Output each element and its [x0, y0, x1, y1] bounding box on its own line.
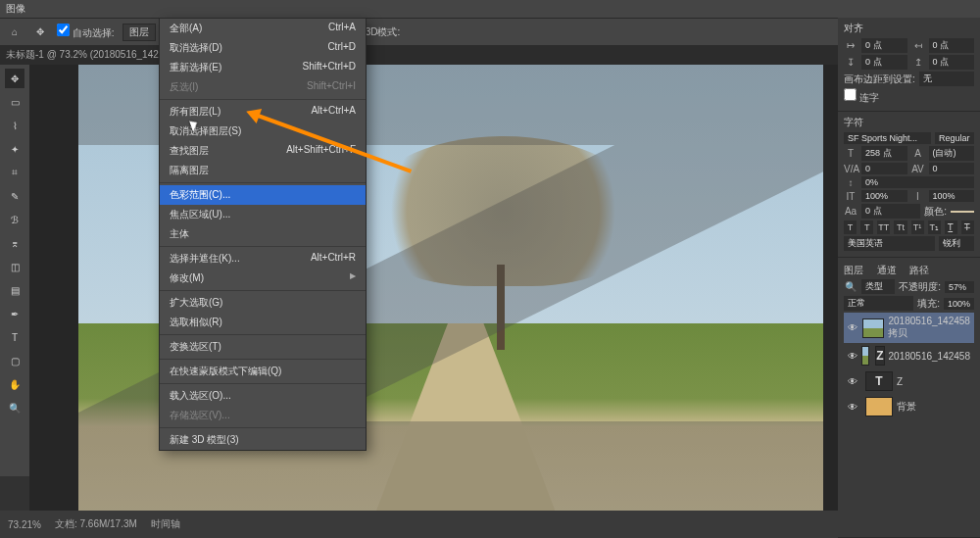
- brush-tool[interactable]: ℬ: [5, 210, 24, 229]
- layer-thumbnail[interactable]: T: [865, 371, 893, 391]
- visibility-icon[interactable]: 👁: [848, 376, 861, 387]
- menu-item[interactable]: 重新选择(E)Shift+Ctrl+D: [160, 58, 366, 77]
- font-style-field[interactable]: Regular: [935, 132, 974, 144]
- menu-item[interactable]: 新建 3D 模型(3): [160, 430, 366, 450]
- menu-item[interactable]: 存储选区(V)...: [160, 406, 366, 425]
- blend-mode[interactable]: 正常: [844, 296, 913, 311]
- crop-tool[interactable]: ⌗: [5, 163, 24, 182]
- value-field[interactable]: 0 点: [861, 55, 907, 70]
- visibility-icon[interactable]: 👁: [848, 402, 861, 413]
- lasso-tool[interactable]: ⌇: [5, 116, 24, 135]
- value-field[interactable]: 0 点: [929, 38, 975, 53]
- pen-tool[interactable]: ✒: [5, 304, 24, 323]
- text-color-swatch[interactable]: [951, 211, 974, 213]
- leading-icon: A: [911, 148, 925, 159]
- type-tool[interactable]: T: [5, 327, 24, 347]
- menu-item[interactable]: 隔离图层: [160, 161, 366, 180]
- eraser-tool[interactable]: ◫: [5, 257, 24, 276]
- visibility-icon[interactable]: 👁: [848, 351, 858, 362]
- layer-row[interactable]: 👁Z20180516_142458: [844, 343, 974, 368]
- layer-row[interactable]: 👁20180516_142458 拷贝: [844, 313, 974, 343]
- menu-item[interactable]: 扩大选取(G): [160, 293, 366, 313]
- sub-button[interactable]: T₁: [928, 220, 941, 234]
- scale-field[interactable]: 0%: [861, 176, 974, 188]
- font-size-field[interactable]: 258 点: [861, 146, 907, 161]
- layer-row[interactable]: 👁背景: [844, 394, 974, 419]
- antialias-select[interactable]: 锐利: [939, 236, 974, 251]
- menu-item[interactable]: 焦点区域(U)...: [160, 205, 366, 224]
- tab-channels[interactable]: 通道: [877, 264, 897, 277]
- tab-paths[interactable]: 路径: [909, 264, 929, 277]
- caps-button[interactable]: TT: [877, 220, 890, 234]
- shape-tool[interactable]: ▢: [5, 351, 24, 370]
- align-icon[interactable]: ↤: [911, 40, 925, 51]
- align-icon[interactable]: ↧: [844, 57, 858, 68]
- menu-item[interactable]: 选取相似(R): [160, 313, 366, 332]
- font-family-field[interactable]: SF Sports Night...: [844, 132, 931, 144]
- menu-item[interactable]: 全部(A)Ctrl+A: [160, 19, 366, 38]
- align-icon[interactable]: ↥: [911, 57, 925, 68]
- menu-bar[interactable]: 图像: [0, 0, 980, 18]
- tab-layers[interactable]: 图层: [844, 264, 863, 277]
- zoom-tool[interactable]: 🔍: [5, 398, 24, 417]
- layer-name[interactable]: 20180516_142458 拷贝: [888, 316, 970, 340]
- kerning-field[interactable]: 0: [861, 163, 907, 174]
- menu-item[interactable]: 选择并遮住(K)...Alt+Ctrl+R: [160, 249, 366, 269]
- align-icon[interactable]: ↦: [844, 40, 858, 51]
- stamp-tool[interactable]: ⌆: [5, 233, 24, 253]
- layer-name[interactable]: Z: [897, 376, 903, 387]
- layer-row[interactable]: 👁TZ: [844, 368, 974, 394]
- smallcaps-button[interactable]: Tt: [894, 220, 906, 234]
- vert-scale-field[interactable]: 100%: [861, 190, 907, 202]
- timeline-tab[interactable]: 时间轴: [151, 517, 180, 531]
- layer-thumbnail[interactable]: [862, 318, 884, 338]
- marquee-tool[interactable]: ▭: [5, 92, 24, 112]
- value-field[interactable]: 0 点: [929, 55, 975, 70]
- layer-thumbnail[interactable]: [865, 397, 893, 416]
- bold-button[interactable]: T: [844, 220, 857, 234]
- menu-item[interactable]: 图像: [6, 2, 25, 16]
- menu-item[interactable]: 反选(I)Shift+Ctrl+I: [160, 77, 366, 97]
- canvas-area[interactable]: [29, 65, 838, 511]
- leading-field[interactable]: (自动): [929, 146, 975, 161]
- menu-item[interactable]: 载入选区(O)...: [160, 386, 366, 406]
- super-button[interactable]: T¹: [911, 220, 924, 234]
- menu-item[interactable]: 色彩范围(C)...: [160, 185, 366, 205]
- tracking-field[interactable]: 0: [929, 163, 975, 174]
- filter-kind[interactable]: 类型: [861, 279, 895, 294]
- menu-item[interactable]: 修改(M): [160, 269, 366, 288]
- baseline-field[interactable]: 0 点: [861, 204, 920, 219]
- search-icon[interactable]: 🔍: [844, 281, 858, 292]
- layer-thumbnail[interactable]: [861, 346, 869, 366]
- italic-button[interactable]: T: [860, 220, 873, 234]
- eyedropper-tool[interactable]: ✎: [5, 186, 24, 206]
- margin-select[interactable]: 无: [919, 72, 974, 86]
- layer-name[interactable]: 20180516_142458: [889, 351, 970, 362]
- underline-button[interactable]: T̲: [945, 220, 957, 234]
- menu-item[interactable]: 在快速蒙版模式下编辑(Q): [160, 362, 366, 381]
- tracking-icon: AV: [911, 164, 925, 174]
- scale-icon: ↕: [844, 177, 858, 188]
- move-tool[interactable]: ✥: [5, 69, 24, 88]
- horiz-scale-field[interactable]: 100%: [929, 190, 975, 202]
- ligature-check[interactable]: 连字: [844, 88, 879, 105]
- auto-select-target[interactable]: 图层: [122, 24, 156, 41]
- auto-select-check[interactable]: 自动选择:: [57, 24, 115, 40]
- wand-tool[interactable]: ✦: [5, 139, 24, 159]
- fill-field[interactable]: 100%: [944, 298, 974, 310]
- menu-item[interactable]: 主体: [160, 224, 366, 244]
- zoom-readout[interactable]: 73.21%: [8, 519, 41, 530]
- menu-item[interactable]: 取消选择(D)Ctrl+D: [160, 38, 366, 58]
- hand-tool[interactable]: ✋: [5, 374, 24, 394]
- move-tool-icon[interactable]: ✥: [31, 26, 49, 37]
- right-panels: 对齐 ↦0 点↤0 点 ↧0 点↥0 点 画布边距到设置:无 连字 字符 SF …: [838, 18, 980, 538]
- language-select[interactable]: 美国英语: [844, 236, 935, 251]
- value-field[interactable]: 0 点: [861, 38, 907, 53]
- opacity-field[interactable]: 57%: [945, 281, 974, 293]
- strike-button[interactable]: T̶: [961, 220, 974, 234]
- gradient-tool[interactable]: ▤: [5, 280, 24, 300]
- layer-name[interactable]: 背景: [897, 400, 916, 414]
- visibility-icon[interactable]: 👁: [848, 322, 858, 333]
- menu-item[interactable]: 变换选区(T): [160, 337, 366, 357]
- home-icon[interactable]: ⌂: [6, 26, 24, 37]
